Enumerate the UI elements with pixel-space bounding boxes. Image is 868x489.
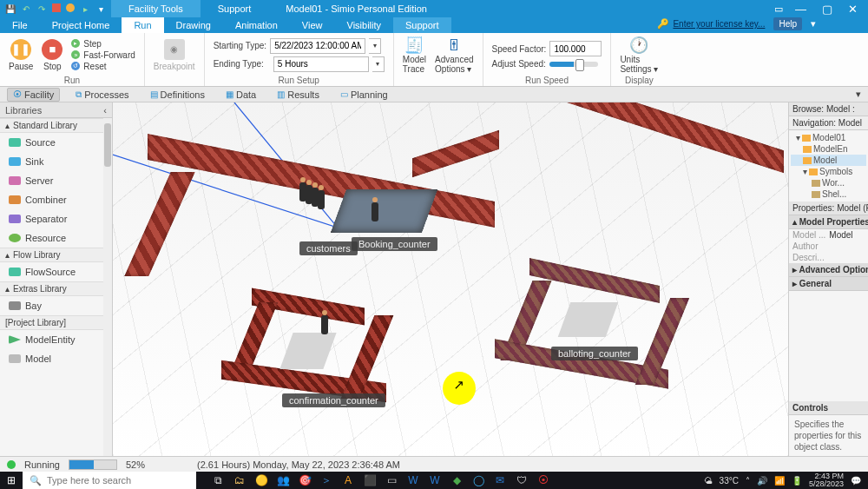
facility-canvas[interactable]: customers Booking_counter confirmation_c… (113, 102, 788, 456)
tab-definitions[interactable]: ▤Definitions (145, 89, 210, 101)
libraries-collapse-icon[interactable]: ‹ (103, 105, 107, 116)
pause-button[interactable]: ❚❚Pause (9, 39, 33, 71)
taskbar-search-placeholder: Type here to search (47, 475, 131, 486)
section-flow-library[interactable]: ▴Flow Library (0, 248, 112, 262)
lib-item-sink[interactable]: Sink (0, 152, 112, 171)
enter-license-link[interactable]: Enter your license key... (673, 19, 770, 29)
lib-item-server[interactable]: Server (0, 171, 112, 190)
breakpoint-button[interactable]: ◉Breakpoint (154, 39, 195, 71)
volume-icon[interactable]: 🔊 (757, 476, 767, 486)
store-icon[interactable]: ⬛ (364, 474, 376, 486)
tree-shel[interactable]: Shel... (791, 188, 866, 200)
window-minimize-icon[interactable]: — (795, 3, 806, 16)
qat-dd-icon[interactable]: ▾ (95, 3, 106, 14)
menu-view[interactable]: View (290, 17, 335, 33)
app-icon-a[interactable]: A (342, 474, 354, 486)
window-maximize-icon[interactable]: ▢ (822, 3, 832, 16)
lib-item-combiner[interactable]: Combiner (0, 190, 112, 209)
fast-forward-button[interactable]: »Fast-Forward (71, 50, 135, 60)
tree-wor[interactable]: Wor... (791, 177, 866, 188)
starting-type-input[interactable] (270, 38, 365, 54)
taskview-icon[interactable]: ⧉ (212, 474, 224, 486)
ending-type-input[interactable] (273, 56, 369, 72)
word-icon[interactable]: W (407, 474, 419, 486)
tree-modelen[interactable]: ModelEn (791, 143, 866, 155)
section-standard-library[interactable]: ▴Standard Library (0, 118, 112, 133)
starting-type-dd-icon[interactable]: ▾ (369, 38, 381, 54)
section-project-library[interactable]: [Project Library] (0, 315, 112, 330)
units-settings-button[interactable]: 🕐Units Settings ▾ (620, 36, 658, 74)
wifi-icon[interactable]: 📶 (774, 476, 785, 486)
lib-item-modelentity[interactable]: ModelEntity (0, 330, 112, 349)
tab-processes[interactable]: ⧉Processes (70, 89, 134, 101)
ending-type-dd-icon[interactable]: ▾ (372, 56, 385, 72)
app-icon-2[interactable]: ▭ (385, 474, 398, 486)
title-tab-support[interactable]: Support (201, 0, 269, 17)
title-tab-facility-tools[interactable]: Facility Tools (111, 0, 201, 17)
start-button[interactable]: ⊞ (0, 474, 23, 486)
general-hdr[interactable]: ▸ General (789, 277, 868, 291)
menu-project-home[interactable]: Project Home (40, 17, 122, 33)
weather-icon[interactable]: 🌤 (704, 476, 713, 486)
tree-model[interactable]: Model (791, 155, 866, 166)
menu-file[interactable]: File (0, 17, 40, 33)
mail-icon[interactable]: ✉ (494, 474, 506, 486)
qat-btn-icon[interactable] (52, 3, 61, 12)
viewtabs-dd-icon[interactable]: ▾ (856, 89, 868, 100)
libraries-scrollbar[interactable] (103, 118, 112, 456)
speed-factor-input[interactable] (549, 41, 602, 56)
menu-run[interactable]: Run (122, 17, 163, 33)
taskbar-search[interactable]: 🔍 Type here to search (23, 472, 196, 489)
section-extras-library[interactable]: ▴Extras Library (0, 281, 112, 296)
model-trace-button[interactable]: 🧾Model Trace (403, 36, 426, 74)
stop-button[interactable]: ■Stop (42, 39, 62, 71)
taskbar-clock[interactable]: 2:43 PM 5/28/2023 (809, 472, 844, 488)
app-icon-1[interactable]: 🎯 (299, 474, 311, 486)
menu-animation[interactable]: Animation (223, 17, 290, 33)
advanced-options-button[interactable]: 🎚Advanced Options ▾ (435, 36, 473, 74)
help-button[interactable]: Help (773, 17, 802, 30)
lib-item-source[interactable]: Source (0, 133, 112, 152)
step-button[interactable]: ▸Step (71, 39, 135, 49)
security-icon[interactable]: 🛡 (516, 474, 528, 486)
tray-chevron-icon[interactable]: ˄ (746, 476, 750, 486)
tab-planning[interactable]: ▭Planning (335, 89, 393, 101)
qat-pause-icon[interactable] (66, 3, 75, 12)
adjust-speed-slider[interactable] (549, 62, 598, 67)
prop-model-value[interactable]: Model (829, 230, 852, 240)
chrome-icon[interactable]: 🟡 (255, 474, 267, 486)
tab-results[interactable]: ▥Results (272, 89, 325, 101)
edge-icon[interactable]: ◯ (472, 474, 484, 486)
teams-icon[interactable]: 👥 (277, 474, 289, 486)
qat-redo-icon[interactable]: ↷ (36, 3, 47, 14)
window-close-icon[interactable]: ✕ (848, 3, 858, 16)
qat-save-icon[interactable]: 💾 (5, 3, 16, 14)
battery-icon[interactable]: 🔋 (792, 476, 802, 486)
lib-item-bay[interactable]: Bay (0, 296, 112, 315)
qat-undo-icon[interactable]: ↶ (21, 3, 31, 14)
advanced-options-hdr[interactable]: ▸ Advanced Options (789, 263, 868, 277)
reset-button[interactable]: ↺Reset (71, 62, 135, 71)
simio-icon[interactable]: ◆ (450, 474, 463, 486)
weather-temp[interactable]: 33°C (720, 476, 739, 486)
menu-support[interactable]: Support (393, 17, 451, 33)
qat-play-icon[interactable]: ▸ (80, 3, 90, 14)
record-icon[interactable]: ⦿ (537, 474, 549, 486)
menu-visibility[interactable]: Visibility (335, 17, 394, 33)
lib-item-resource[interactable]: Resource (0, 228, 112, 248)
tree-model01[interactable]: ▾Model01 (791, 132, 866, 143)
word2-icon[interactable]: W (429, 474, 441, 486)
lib-item-separator[interactable]: Separator (0, 209, 112, 228)
tree-symbols[interactable]: ▾Symbols (791, 166, 866, 177)
menu-drawing[interactable]: Drawing (164, 17, 223, 33)
lib-item-model[interactable]: Model (0, 349, 112, 368)
lib-item-flowsource[interactable]: FlowSource (0, 262, 112, 281)
ribbon-min-icon[interactable]: ▭ (774, 3, 783, 15)
powershell-icon[interactable]: ＞ (320, 474, 332, 486)
tab-data[interactable]: ▦Data (220, 89, 261, 101)
notification-icon[interactable]: 💬 (851, 476, 861, 486)
help-dd-icon[interactable]: ▾ (811, 18, 816, 30)
explorer-icon[interactable]: 🗂 (233, 474, 246, 486)
tab-facility[interactable]: ⦿Facility (7, 88, 60, 102)
model-properties-hdr[interactable]: ▴ Model Properties (789, 215, 868, 229)
